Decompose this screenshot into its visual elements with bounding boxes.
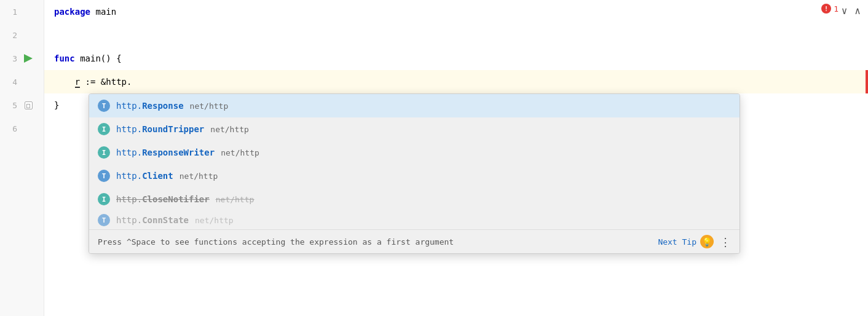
item-name-5: http.ConnState (116, 215, 189, 225)
item-pkg-3: net/http (180, 172, 218, 181)
line-number-3: 3 (0, 54, 22, 63)
editor-container: 1 2 3 4 5 □ 6 ! (0, 0, 868, 316)
line-gutter: 1 2 3 4 5 □ 6 (0, 0, 44, 316)
run-icon-3[interactable] (22, 54, 34, 63)
fold-icon-5[interactable]: □ (22, 101, 34, 109)
item-pkg-5: net/http (195, 216, 234, 225)
line4-code: r := &http. (54, 77, 132, 87)
autocomplete-item-0[interactable]: T http.Response net/http (89, 94, 740, 117)
fold-button[interactable]: □ (25, 101, 33, 109)
func-name: main() { (80, 53, 121, 63)
code-line-3: func main() { (44, 47, 868, 70)
autocomplete-item-1[interactable]: I http.RoundTripper net/http (89, 117, 740, 141)
gutter-row-3: 3 (0, 47, 44, 70)
line-number-2: 2 (0, 31, 22, 40)
bulb-icon[interactable]: 💡 (700, 235, 714, 248)
line-number-1: 1 (0, 7, 22, 17)
item-pkg-2: net/http (221, 148, 259, 157)
next-tip-button[interactable]: Next Tip (658, 237, 696, 247)
more-options-icon[interactable]: ⋮ (720, 235, 731, 248)
type-badge-I-1: I (98, 123, 110, 135)
type-badge-T-3: T (98, 170, 110, 182)
item-pkg-1: net/http (210, 125, 249, 134)
gutter-row-1: 1 (0, 0, 44, 23)
line-number-6: 6 (0, 124, 22, 133)
code-line-2 (44, 23, 868, 47)
code-line-1: package main (44, 0, 868, 23)
closing-brace: } (54, 100, 59, 110)
autocomplete-dropdown: T http.Response net/http I http.RoundTri… (89, 93, 740, 254)
gutter-row-5: 5 □ (0, 93, 44, 117)
autocomplete-item-3[interactable]: T http.Client net/http (89, 164, 740, 188)
item-pkg-4: net/http (216, 195, 254, 204)
gutter-row-6: 6 (0, 117, 44, 140)
autocomplete-item-2[interactable]: I http.ResponseWriter net/http (89, 141, 740, 164)
autocomplete-footer: Press ^Space to see functions accepting … (89, 229, 740, 253)
gutter-row-4: 4 (0, 70, 44, 93)
code-area[interactable]: ! 1 ∨ ∧ package main func main() { r := … (44, 0, 868, 316)
item-pkg-0: net/http (190, 101, 229, 111)
line-number-5: 5 (0, 101, 22, 110)
item-name-1: http.RoundTripper (116, 124, 204, 134)
type-badge-T-0: T (98, 100, 110, 112)
line-number-4: 4 (0, 77, 22, 87)
item-name-0: http.Response (116, 101, 184, 111)
type-badge-T-5: T (98, 214, 110, 226)
footer-tip-text: Press ^Space to see functions accepting … (98, 237, 652, 247)
run-button[interactable] (24, 54, 33, 63)
code-line-4: r := &http. (44, 70, 868, 93)
type-badge-I-4: I (98, 193, 110, 205)
gutter-row-2: 2 (0, 23, 44, 47)
autocomplete-item-4[interactable]: I http.CloseNotifier net/http (89, 188, 740, 211)
package-name: main (95, 7, 116, 17)
error-marker (866, 70, 868, 93)
autocomplete-item-5[interactable]: T http.ConnState net/http (89, 211, 740, 229)
type-badge-I-2: I (98, 146, 110, 159)
item-name-4: http.CloseNotifier (116, 194, 210, 204)
item-name-2: http.ResponseWriter (116, 148, 215, 157)
item-name-3: http.Client (116, 171, 173, 181)
autocomplete-list: T http.Response net/http I http.RoundTri… (89, 94, 740, 229)
keyword-package: package (54, 7, 90, 17)
keyword-func: func (54, 53, 75, 63)
